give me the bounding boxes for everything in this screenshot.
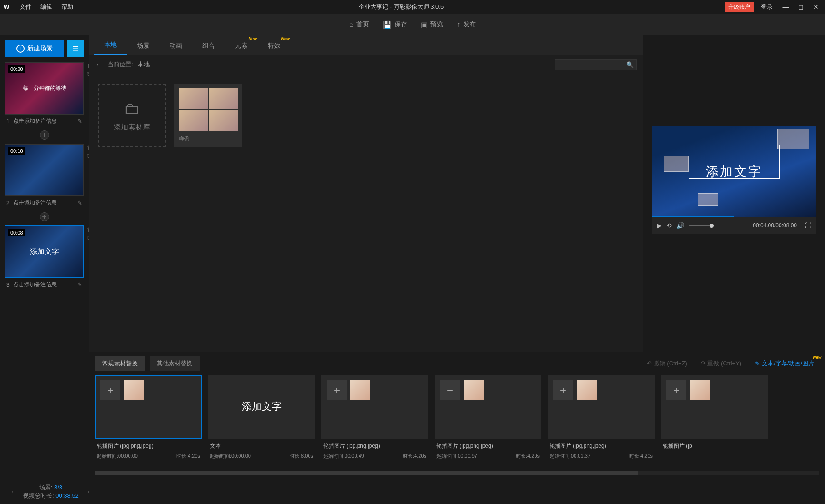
add-scene-between[interactable]: + <box>40 212 49 221</box>
redo-button[interactable]: ↷ 重做 (Ctrl+Y) <box>696 359 746 368</box>
bottom-panel: 常规素材替换 其他素材替换 ↶ 撤销 (Ctrl+Z) ↷ 重做 (Ctrl+Y… <box>89 352 825 479</box>
volume-slider[interactable] <box>689 225 714 226</box>
home-icon: ⌂ <box>349 20 354 29</box>
tab-local[interactable]: 本地 <box>94 36 127 55</box>
scene-time: 00:10 <box>8 147 25 155</box>
scene-time: 00:20 <box>8 65 25 73</box>
copy-icon[interactable]: ⧉ <box>87 235 89 241</box>
clip-card[interactable]: + 轮播图片 (jpg,png,jpeg) 起始时间:00:01.37时长:4.… <box>548 375 655 469</box>
clips-row: + 轮播图片 (jpg,png,jpeg) 起始时间:00:00.00时长:4.… <box>89 375 825 469</box>
delete-icon[interactable]: 🗑 <box>87 145 89 151</box>
edit-icon[interactable]: ✎ <box>77 281 82 288</box>
scene-time: 00:08 <box>8 229 25 236</box>
clip-meta: 轮播图片 (jpg,png,jpeg) 起始时间:00:01.37时长:4.20… <box>548 439 655 463</box>
edit-icon[interactable]: ✎ <box>77 200 82 206</box>
copy-icon[interactable]: ⧉ <box>87 71 89 77</box>
add-asset-library-button[interactable]: 🗀 添加素材库 <box>98 84 166 147</box>
home-button[interactable]: ⌂首页 <box>349 20 369 29</box>
clip-add-button[interactable]: + <box>666 380 686 400</box>
clip-add-button[interactable]: + <box>440 380 460 400</box>
close-button[interactable]: ✕ <box>810 3 821 10</box>
clip-meta: 文本 起始时间:00:00.00时长:8.00s <box>208 439 315 463</box>
tab-combo[interactable]: 组合 <box>192 37 225 55</box>
preview-icon: ▣ <box>421 20 428 29</box>
player-controls: ▶ ⟲ 🔊 00:04.00/00:08.00 ⛶ <box>652 217 816 234</box>
asset-tabs: 本地 场景 动画 组合 元素New 特效New <box>89 35 643 55</box>
back-button[interactable]: ← <box>95 60 103 70</box>
publish-icon: ↑ <box>457 20 460 29</box>
asset-grid: 🗀 添加素材库 样例 <box>89 75 643 156</box>
clip-meta: 轮播图片 (jpg,png,jpeg) 起始时间:00:00.49时长:4.20… <box>321 439 428 463</box>
clip-body: + <box>95 375 202 439</box>
clip-meta: 轮播图片 (jpg,png,jpeg) 起始时间:00:00.00时长:4.20… <box>95 439 202 463</box>
undo-button[interactable]: ↶ 撤销 (Ctrl+Z) <box>642 359 692 368</box>
add-scene-between[interactable]: + <box>40 130 49 140</box>
upgrade-button[interactable]: 升级账户 <box>725 2 754 12</box>
clip-body: 添加文字 <box>208 375 315 439</box>
clip-body: + <box>321 375 428 439</box>
tab-normal-replace[interactable]: 常规素材替换 <box>95 356 145 371</box>
save-button[interactable]: 💾保存 <box>383 20 407 29</box>
search-input[interactable]: 🔍 <box>555 59 637 70</box>
player-time: 00:04.00/00:08.00 <box>753 222 797 229</box>
scene-card-3[interactable]: 🗑⧉ 00:08 添加文字 3点击添加备注信息✎ <box>5 225 84 291</box>
clip-card[interactable]: + 轮播图片 (jp <box>661 375 768 469</box>
clip-meta: 轮播图片 (jp <box>661 439 768 456</box>
menu-file[interactable]: 文件 <box>15 3 36 11</box>
delete-icon[interactable]: 🗑 <box>87 63 89 69</box>
titlebar: W 文件 编辑 帮助 企业大事记 - 万彩影像大师 3.0.5 升级账户 登录 … <box>0 0 825 14</box>
save-icon: 💾 <box>383 20 392 29</box>
clip-add-button[interactable]: + <box>327 380 347 400</box>
pencil-icon: ✎ <box>755 360 760 367</box>
asset-folder-sample[interactable]: 样例 <box>174 84 242 147</box>
window-title: 企业大事记 - 万彩影像大师 3.0.5 <box>78 3 725 11</box>
text-subtitle-link[interactable]: ✎ 文本/字幕/动画/图片 New <box>750 359 819 368</box>
fullscreen-button[interactable]: ⛶ <box>805 222 811 229</box>
horizontal-scrollbar[interactable] <box>95 471 819 475</box>
tab-anim[interactable]: 动画 <box>160 37 192 55</box>
delete-icon[interactable]: 🗑 <box>87 226 89 233</box>
tab-scene[interactable]: 场景 <box>127 37 160 55</box>
login-button[interactable]: 登录 <box>757 3 776 11</box>
clip-thumbnail <box>690 380 710 400</box>
tab-other-replace[interactable]: 其他素材替换 <box>150 356 200 371</box>
folder-add-icon: 🗀 <box>124 99 140 118</box>
new-scene-button[interactable]: + 新建场景 <box>5 40 64 57</box>
menu-help[interactable]: 帮助 <box>57 3 78 11</box>
scene-card-1[interactable]: 🗑⧉ 00:20 每一分钟都的等待 1点击添加备注信息✎ <box>5 62 84 128</box>
progress-bar[interactable] <box>652 216 734 217</box>
next-scene-button[interactable]: → <box>79 486 95 497</box>
tab-effect[interactable]: 特效New <box>258 37 290 55</box>
sort-scenes-button[interactable]: ☰ <box>67 40 84 57</box>
clip-meta: 轮播图片 (jpg,png,jpeg) 起始时间:00:00.97时长:4.20… <box>435 439 541 463</box>
maximize-button[interactable]: ◻ <box>795 3 806 10</box>
edit-icon[interactable]: ✎ <box>77 118 82 125</box>
clip-thumbnail <box>464 380 484 400</box>
volume-button[interactable]: 🔊 <box>676 222 684 229</box>
clip-add-button[interactable]: + <box>553 380 573 400</box>
preview-button[interactable]: ▣预览 <box>421 20 443 29</box>
tab-element[interactable]: 元素New <box>225 37 258 55</box>
app-logo: W <box>4 4 8 10</box>
preview-video[interactable]: 添加文字 <box>652 126 816 217</box>
preview-text: 添加文字 <box>706 163 762 180</box>
play-button[interactable]: ▶ <box>657 222 662 229</box>
clip-thumbnail <box>350 380 370 400</box>
clip-card[interactable]: + 轮播图片 (jpg,png,jpeg) 起始时间:00:00.49时长:4.… <box>321 375 428 469</box>
clip-card[interactable]: + 轮播图片 (jpg,png,jpeg) 起始时间:00:00.97时长:4.… <box>435 375 541 469</box>
minimize-button[interactable]: — <box>780 3 791 10</box>
clip-card[interactable]: + 轮播图片 (jpg,png,jpeg) 起始时间:00:00.00时长:4.… <box>95 375 202 469</box>
scene-card-2[interactable]: 🗑⧉ 00:10 2点击添加备注信息✎ <box>5 144 84 210</box>
menu-edit[interactable]: 编辑 <box>36 3 57 11</box>
breadcrumb: ← 当前位置: 本地 🔍 <box>89 55 643 75</box>
clip-body: + <box>661 375 768 439</box>
sort-icon: ☰ <box>72 45 79 53</box>
loop-button[interactable]: ⟲ <box>666 222 672 229</box>
prev-scene-button[interactable]: ← <box>6 486 23 497</box>
status-bar: ← 场景: 3/3 视频总时长: 00:38.52 → <box>0 479 825 504</box>
plus-icon: + <box>16 45 25 53</box>
clip-add-button[interactable]: + <box>100 380 120 400</box>
publish-button[interactable]: ↑发布 <box>457 20 476 29</box>
copy-icon[interactable]: ⧉ <box>87 153 89 159</box>
clip-card[interactable]: 添加文字 文本 起始时间:00:00.00时长:8.00s <box>208 375 315 469</box>
